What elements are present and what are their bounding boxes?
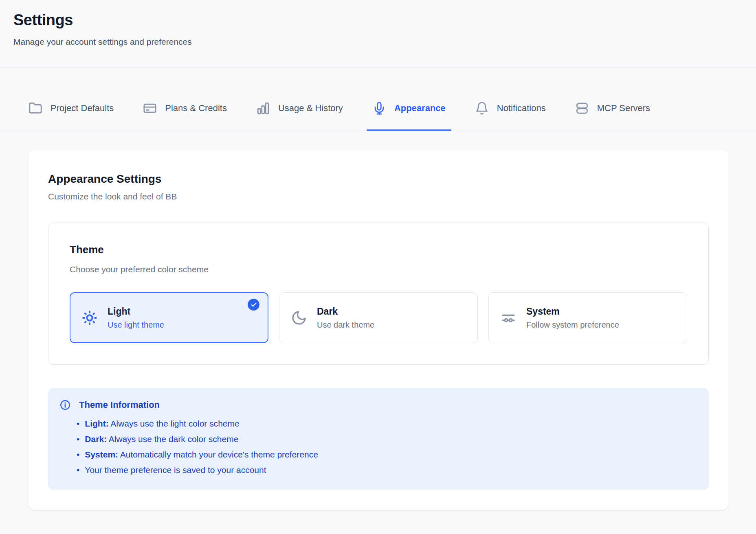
sun-icon bbox=[81, 310, 98, 326]
theme-option-light[interactable]: Light Use light theme bbox=[70, 292, 268, 343]
microphone-icon bbox=[372, 101, 386, 115]
sliders-icon bbox=[500, 310, 516, 326]
theme-option-description: Use light theme bbox=[108, 320, 164, 330]
tab-label: Project Defaults bbox=[51, 103, 114, 114]
tab-label: Appearance bbox=[394, 103, 446, 114]
theme-options: Light Use light theme Dark Use dark them… bbox=[70, 292, 687, 343]
tab-label: MCP Servers bbox=[597, 103, 650, 114]
tab-mcp-servers[interactable]: MCP Servers bbox=[569, 101, 656, 131]
theme-option-system[interactable]: System Follow system preference bbox=[488, 292, 687, 343]
info-bullet: System: Automatically match your device'… bbox=[77, 447, 697, 462]
settings-tab-bar: Project Defaults Plans & Credits Usage &… bbox=[0, 68, 756, 131]
moon-icon bbox=[291, 310, 307, 326]
theme-option-dark[interactable]: Dark Use dark theme bbox=[279, 292, 478, 343]
panel-subtitle: Customize the look and feel of BB bbox=[48, 192, 709, 201]
page-subtitle: Manage your account settings and prefere… bbox=[13, 37, 740, 67]
theme-option-description: Follow system preference bbox=[526, 320, 619, 330]
info-bullet: Your theme preference is saved to your a… bbox=[77, 462, 697, 478]
info-bullet-list: Light: Always use the light color scheme… bbox=[77, 416, 697, 478]
theme-section: Theme Choose your preferred color scheme… bbox=[48, 223, 709, 365]
page-title: Settings bbox=[13, 11, 740, 29]
tab-notifications[interactable]: Notifications bbox=[469, 101, 552, 131]
page-header: Settings Manage your account settings an… bbox=[0, 0, 756, 68]
theme-option-label: Dark bbox=[317, 306, 374, 317]
credit-card-icon bbox=[143, 101, 157, 115]
selected-check-icon bbox=[248, 299, 259, 311]
tab-label: Usage & History bbox=[278, 103, 343, 114]
theme-option-label: System bbox=[526, 306, 619, 317]
theme-option-description: Use dark theme bbox=[317, 320, 374, 330]
info-box-title: Theme Information bbox=[79, 400, 160, 410]
tab-label: Plans & Credits bbox=[165, 103, 227, 114]
theme-option-label: Light bbox=[108, 306, 164, 317]
server-stack-icon bbox=[575, 101, 589, 115]
tab-appearance[interactable]: Appearance bbox=[367, 101, 451, 131]
info-bullet: Dark: Always use the dark color scheme bbox=[77, 431, 697, 447]
info-bullet: Light: Always use the light color scheme bbox=[77, 416, 697, 431]
bar-chart-icon bbox=[256, 101, 270, 115]
theme-section-subtitle: Choose your preferred color scheme bbox=[70, 265, 687, 274]
tab-usage-history[interactable]: Usage & History bbox=[251, 101, 349, 131]
tab-plans-credits[interactable]: Plans & Credits bbox=[137, 101, 233, 131]
tab-project-defaults[interactable]: Project Defaults bbox=[23, 101, 119, 131]
folder-icon bbox=[29, 101, 42, 115]
theme-information-box: Theme Information Light: Always use the … bbox=[48, 388, 709, 490]
theme-section-title: Theme bbox=[70, 243, 687, 256]
bell-icon bbox=[475, 101, 489, 115]
panel-title: Appearance Settings bbox=[48, 173, 709, 186]
tab-label: Notifications bbox=[497, 103, 546, 114]
info-icon bbox=[59, 399, 71, 411]
appearance-settings-panel: Appearance Settings Customize the look a… bbox=[29, 150, 728, 510]
